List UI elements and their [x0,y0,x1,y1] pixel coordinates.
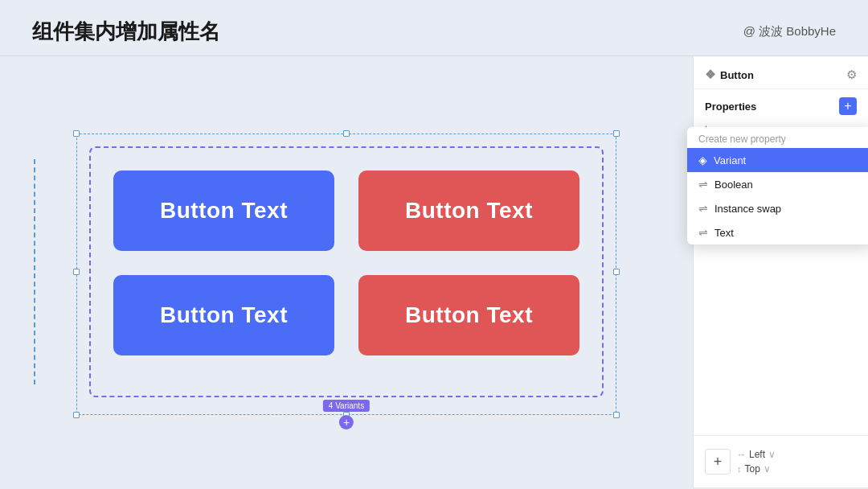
right-panel: ❖ Button ⚙ Properties + typ sta Create [693,56,868,487]
boolean-label: Boolean [714,179,753,191]
top-label: Top [745,463,760,475]
dropdown-item-variant[interactable]: ◈ Variant [687,148,868,172]
dropdown-label: Create new property [687,127,868,148]
author-label: @ 波波 BobbyHe [743,24,836,39]
button-bot-left[interactable]: Button Text [113,275,334,355]
variant-label: Variant [714,154,746,166]
component-name-row: ❖ Button [705,68,754,82]
main-content: Button Text Button Text Button Text Butt… [0,56,868,487]
layout-add-icon[interactable]: + [705,449,731,475]
handle-top-right[interactable] [613,130,620,137]
button-bot-right[interactable]: Button Text [358,275,579,355]
create-property-dropdown: Create new property ◈ Variant ⇌ Boolean … [687,127,868,244]
properties-title: Properties [705,101,756,113]
component-set-frame[interactable]: Button Text Button Text Button Text Butt… [89,146,604,397]
handle-top-left[interactable] [73,130,80,137]
left-chevron-icon: ∨ [768,449,776,460]
panel-header: ❖ Button ⚙ [694,56,868,89]
variant-icon: ◈ [698,154,707,166]
properties-header: Properties + [705,97,857,115]
instance-swap-icon: ⇌ [698,202,708,215]
variants-label: 4 Variants [323,400,370,412]
text-label: Text [714,227,734,239]
add-variant-button[interactable]: + [339,415,354,429]
header: 组件集内增加属性名 @ 波波 BobbyHe [0,0,868,56]
add-property-button[interactable]: + [839,97,857,115]
handle-bot-left[interactable] [73,412,80,418]
button-top-right[interactable]: Button Text [358,171,579,251]
selection-line [34,159,35,384]
dropdown-item-boolean[interactable]: ⇌ Boolean [687,172,868,196]
dropdown-item-instance-swap[interactable]: ⇌ Instance swap [687,196,868,220]
layout-panel: + ↔ Left ∨ ↕ Top ∨ [694,435,868,487]
settings-icon[interactable]: ⚙ [846,68,857,82]
layout-left-field: ↔ Left ∨ [737,449,776,460]
boolean-icon: ⇌ [698,178,708,191]
top-chevron-icon: ∨ [764,463,771,475]
component-icon: ❖ [705,68,715,82]
handle-mid-right[interactable] [613,269,620,275]
page-title: 组件集内增加属性名 [32,18,220,46]
handle-bot-right[interactable] [613,412,620,418]
layout-top-field: ↕ Top ∨ [737,463,776,475]
handle-mid-left[interactable] [73,269,80,275]
text-icon: ⇌ [698,226,708,239]
instance-swap-label: Instance swap [714,203,781,215]
handle-top-mid[interactable] [343,130,350,137]
component-name-label: Button [720,69,754,81]
button-top-left[interactable]: Button Text [113,171,334,251]
left-label: Left [749,449,765,460]
variants-badge: 4 Variants + [323,400,370,429]
top-arrow-icon: ↕ [737,464,742,474]
dropdown-item-text[interactable]: ⇌ Text [687,220,868,244]
left-arrow-icon: ↔ [737,450,746,459]
canvas-area: Button Text Button Text Button Text Butt… [0,56,693,487]
layout-row: + ↔ Left ∨ ↕ Top ∨ [705,444,857,479]
layout-fields: ↔ Left ∨ ↕ Top ∨ [737,449,776,475]
